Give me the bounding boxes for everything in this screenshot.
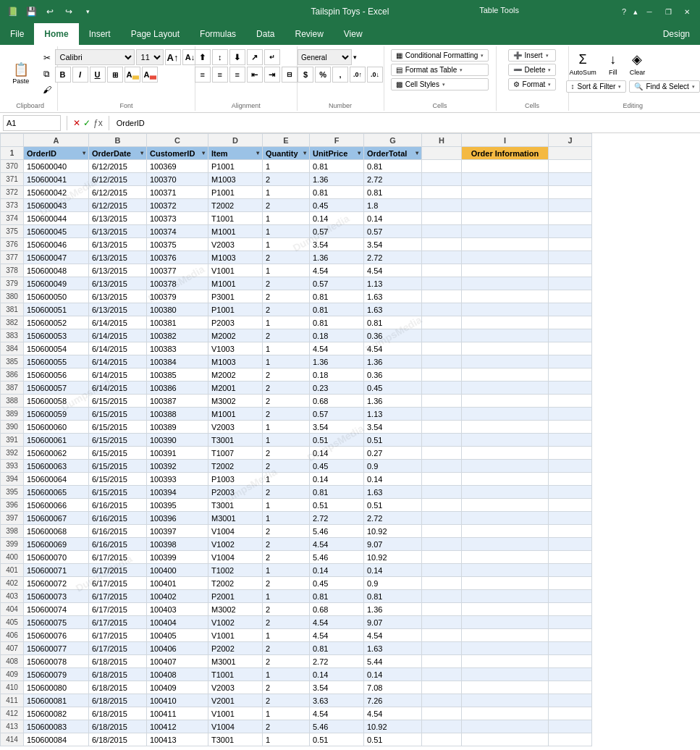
cell-E-378[interactable]: 1 — [263, 264, 310, 277]
decrease-decimal-button[interactable]: .0↓ — [367, 67, 383, 83]
cell-F-407[interactable]: 0.81 — [310, 642, 364, 655]
cell-E-391[interactable]: 1 — [263, 434, 310, 447]
cell-E-413[interactable]: 2 — [263, 720, 310, 733]
cell-H-406[interactable] — [422, 629, 462, 642]
cell-I-387[interactable] — [462, 382, 549, 395]
tab-formulas[interactable]: Formulas — [190, 23, 246, 45]
cell-B-398[interactable]: 6/16/2015 — [89, 525, 147, 538]
cell-E-398[interactable]: 2 — [263, 525, 310, 538]
cell-J-406[interactable] — [549, 629, 592, 642]
cell-I-390[interactable] — [462, 421, 549, 434]
cell-G-404[interactable]: 1.36 — [364, 603, 422, 616]
col-header-j[interactable]: J — [549, 134, 592, 147]
cell-G-390[interactable]: 3.54 — [364, 421, 422, 434]
header-quantity[interactable]: Quantity ▾ — [263, 147, 310, 160]
cell-G-396[interactable]: 0.51 — [364, 499, 422, 512]
redo-icon[interactable]: ↪ — [62, 5, 75, 18]
cell-J-390[interactable] — [549, 421, 592, 434]
cell-D-413[interactable]: V1004 — [208, 720, 263, 733]
cell-F-381[interactable]: 0.81 — [310, 303, 364, 316]
cell-F-414[interactable]: 0.51 — [310, 733, 364, 746]
cell-A-386[interactable]: 150600056 — [24, 368, 89, 382]
cell-G-385[interactable]: 1.36 — [364, 355, 422, 368]
cell-J-370[interactable] — [549, 160, 592, 173]
cell-G-395[interactable]: 1.63 — [364, 486, 422, 499]
cell-F-396[interactable]: 0.51 — [310, 499, 364, 512]
cell-A-379[interactable]: 150600049 — [24, 277, 89, 290]
cell-B-372[interactable]: 6/12/2015 — [89, 186, 147, 199]
tab-data[interactable]: Data — [246, 23, 284, 45]
cell-J-384[interactable] — [549, 342, 592, 355]
cell-D-394[interactable]: P1003 — [208, 473, 263, 486]
cell-G-410[interactable]: 7.08 — [364, 681, 422, 694]
header-orderdate[interactable]: OrderDate ▾ — [89, 147, 147, 160]
cell-D-386[interactable]: M2002 — [208, 368, 263, 382]
header-item[interactable]: Item ▾ — [208, 147, 263, 160]
cell-A-375[interactable]: 150600045 — [24, 225, 89, 238]
cell-D-405[interactable]: V1002 — [208, 616, 263, 629]
cell-A-389[interactable]: 150600059 — [24, 408, 89, 421]
cell-H-412[interactable] — [422, 707, 462, 720]
cell-B-386[interactable]: 6/14/2015 — [89, 368, 147, 382]
cell-H-400[interactable] — [422, 551, 462, 564]
cell-A-370[interactable]: 150600040 — [24, 160, 89, 173]
cell-H-389[interactable] — [422, 408, 462, 421]
cell-C-377[interactable]: 100376 — [147, 251, 208, 264]
cell-C-370[interactable]: 100369 — [147, 160, 208, 173]
cell-I-380[interactable] — [462, 290, 549, 303]
cell-I-386[interactable] — [462, 368, 549, 382]
cell-I-405[interactable] — [462, 616, 549, 629]
cell-D-403[interactable]: P2001 — [208, 590, 263, 603]
italic-button[interactable]: I — [72, 67, 88, 83]
cell-D-411[interactable]: V2001 — [208, 694, 263, 707]
cell-G-405[interactable]: 9.07 — [364, 616, 422, 629]
cell-J-392[interactable] — [549, 447, 592, 460]
cell-D-390[interactable]: V2003 — [208, 421, 263, 434]
cell-G-382[interactable]: 0.81 — [364, 316, 422, 329]
cell-B-373[interactable]: 6/12/2015 — [89, 199, 147, 212]
cell-D-395[interactable]: P2003 — [208, 486, 263, 499]
cell-C-401[interactable]: 100400 — [147, 564, 208, 577]
cell-A-411[interactable]: 150600081 — [24, 694, 89, 707]
cell-C-375[interactable]: 100374 — [147, 225, 208, 238]
font-size-select[interactable]: 11 — [136, 49, 164, 65]
cell-C-385[interactable]: 100384 — [147, 355, 208, 368]
cell-F-377[interactable]: 1.36 — [310, 251, 364, 264]
cell-D-400[interactable]: V1004 — [208, 551, 263, 564]
cell-F-379[interactable]: 0.57 — [310, 277, 364, 290]
cell-B-382[interactable]: 6/14/2015 — [89, 316, 147, 329]
cell-A-398[interactable]: 150600068 — [24, 525, 89, 538]
cell-I-397[interactable] — [462, 512, 549, 525]
orderdate-filter-arrow[interactable]: ▾ — [140, 150, 143, 156]
cell-D-393[interactable]: T2002 — [208, 460, 263, 473]
cell-B-396[interactable]: 6/16/2015 — [89, 499, 147, 512]
percent-button[interactable]: % — [315, 67, 331, 83]
tab-review[interactable]: Review — [284, 23, 333, 45]
cell-H-399[interactable] — [422, 538, 462, 551]
cell-E-386[interactable]: 2 — [263, 368, 310, 382]
align-left-button[interactable]: ≡ — [195, 67, 211, 83]
cell-J-380[interactable] — [549, 290, 592, 303]
cell-G-375[interactable]: 0.57 — [364, 225, 422, 238]
cell-G-397[interactable]: 2.72 — [364, 512, 422, 525]
cell-H-413[interactable] — [422, 720, 462, 733]
cell-J-382[interactable] — [549, 316, 592, 329]
cell-B-402[interactable]: 6/17/2015 — [89, 577, 147, 590]
increase-font-button[interactable]: A↑ — [165, 49, 181, 65]
cell-F-401[interactable]: 0.14 — [310, 564, 364, 577]
cell-G-411[interactable]: 7.26 — [364, 694, 422, 707]
cell-F-412[interactable]: 4.54 — [310, 707, 364, 720]
cell-A-372[interactable]: 150600042 — [24, 186, 89, 199]
cell-A-371[interactable]: 150600041 — [24, 173, 89, 186]
cell-C-384[interactable]: 100383 — [147, 342, 208, 355]
cell-E-403[interactable]: 1 — [263, 590, 310, 603]
cell-E-405[interactable]: 2 — [263, 616, 310, 629]
cell-F-404[interactable]: 0.68 — [310, 603, 364, 616]
cell-H-383[interactable] — [422, 329, 462, 342]
save-icon[interactable]: 💾 — [25, 5, 38, 18]
cell-C-407[interactable]: 100406 — [147, 642, 208, 655]
cell-E-397[interactable]: 1 — [263, 512, 310, 525]
cell-A-410[interactable]: 150600080 — [24, 681, 89, 694]
cell-D-397[interactable]: M3001 — [208, 512, 263, 525]
cell-B-392[interactable]: 6/15/2015 — [89, 447, 147, 460]
